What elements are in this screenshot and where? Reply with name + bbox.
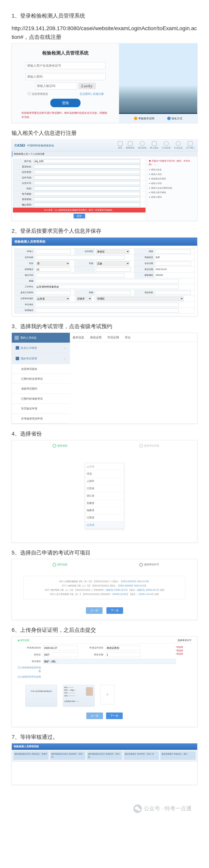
info-name[interactable]	[36, 250, 71, 254]
nav-nonexam-train[interactable]: 非考核类培训申请	[12, 414, 70, 424]
info-status: 签章	[156, 256, 160, 258]
nav-org[interactable]: 相关机构	[138, 141, 147, 150]
info-idno[interactable]	[36, 255, 125, 259]
info-workunit[interactable]	[36, 285, 179, 289]
reg-pwd2-input[interactable]	[34, 203, 140, 207]
step-3-title: 3、选择我的考试管理，点击省级考试预约	[11, 322, 198, 331]
captcha-input[interactable]	[35, 83, 77, 89]
review-card-2[interactable]: 锅炉检验项目GD(1) 考试时间：2021-12	[50, 751, 85, 760]
info-position[interactable]	[156, 291, 190, 295]
tab-id[interactable]: 身份证明	[90, 335, 102, 342]
reg-user-input[interactable]	[34, 159, 140, 163]
info-unitaddr[interactable]	[36, 303, 179, 307]
prov-opt-hebei[interactable]: 河北	[85, 470, 124, 478]
username-input[interactable]	[25, 62, 105, 69]
license-list[interactable]: GD1 | 起重机械检验【项（市）完】【(0010101)GD(一)【批次：【2…	[23, 576, 186, 599]
prov-opt-fujian[interactable]: 福建省	[85, 507, 124, 514]
info-gender[interactable]: 男	[36, 261, 70, 266]
review-card-3[interactable]: 锅炉检验项目GD(1) 考核时间：2022-01	[87, 751, 122, 760]
review-card-5[interactable]: 最近检测项目 审核状态：通过	[160, 751, 195, 760]
info-title[interactable]	[96, 291, 131, 295]
upload-next-button[interactable]: 下一步	[106, 713, 123, 719]
info-prov[interactable]: 山东省	[36, 297, 70, 301]
reg-dob-input[interactable]	[34, 181, 140, 185]
reg-pwd-input[interactable]	[34, 197, 140, 201]
info-nation[interactable]	[156, 250, 190, 254]
info-ethnic[interactable]: 汉族	[96, 261, 129, 266]
login-screenshot: 检验检测人员管理系统 Loeby 记住登录状态 忘记密码 | 在线注册 登陆 经…	[11, 43, 198, 123]
review-card-4[interactable]: 最近检测项目 考试时间：2021-10	[124, 751, 159, 760]
login-tip1[interactable]: 考核相关说明	[138, 116, 154, 121]
remember-checkbox[interactable]: 记住登录状态	[27, 92, 48, 96]
info-city[interactable]: 济南市	[76, 297, 92, 301]
info-unittel[interactable]	[36, 308, 179, 312]
reg-real-input[interactable]	[34, 164, 140, 168]
prov-opt-anhui[interactable]: 安徽省	[85, 500, 124, 507]
person-icon	[15, 336, 19, 340]
step-province: 选择省份	[15, 444, 105, 448]
nav-provincial-book[interactable]: 省级考试预约	[12, 384, 70, 394]
exam-input[interactable]	[43, 659, 176, 664]
step-6-title: 6、上传身份证证明，之后点击提交	[11, 626, 198, 634]
reg-idtype-input[interactable]	[34, 170, 140, 174]
register-submit-button[interactable]: 提交	[74, 214, 85, 218]
upload-add-button[interactable]: +	[100, 685, 114, 704]
reg-idno-input[interactable]	[34, 176, 140, 180]
reg-tip2: 请填入号码	[149, 173, 195, 176]
login-tip2[interactable]: 报名方式	[172, 116, 182, 121]
nav-home[interactable]: 首页	[118, 141, 123, 150]
prov-opt-shandong[interactable]: 山东省	[85, 522, 124, 529]
register-breadcrumb: 检验检测人员 > 个人在线注册	[12, 151, 197, 157]
register-link[interactable]: 忘记密码 | 在线注册	[80, 92, 104, 96]
review-card-1[interactable]: 锅炉检验项目GD(1) 系统状态：审核中	[14, 751, 49, 760]
info-dist[interactable]: 市辖区	[96, 297, 183, 301]
tab-basic[interactable]: 基本信息	[73, 335, 84, 342]
nav-provincial-booked[interactable]: 已预约的省级考试	[12, 394, 70, 404]
nav-national-signup[interactable]: 全国考试报名	[12, 364, 70, 374]
captcha-image[interactable]: Loeby	[78, 83, 96, 89]
license-screenshot: 填写信息 选择考试许可 GD1 | 起重机械检验【项（市）完】【(0010101…	[11, 559, 198, 620]
nav-national-booked[interactable]: 已预约的全国考试	[12, 374, 70, 384]
id-card-front[interactable]: 姓名 ———性别 — 民族 —出生 ————住址 ————公民身份号码 ——	[63, 685, 95, 707]
doc-icon	[16, 346, 19, 350]
login-button[interactable]: 登陆	[50, 99, 80, 107]
bc-input[interactable]	[43, 652, 78, 657]
nav-group-public[interactable]: 执业公示情况	[12, 343, 70, 353]
prov-opt-zhejiang[interactable]: 浙江省	[85, 492, 124, 500]
tab-degree[interactable]: 学位	[125, 335, 131, 342]
info-dob[interactable]	[156, 261, 190, 266]
exam-mgmt-screenshot: 我的人员信息 执业公示情况 我的考试管理 全国考试报名 已预约的全国考试 省级考…	[11, 333, 198, 424]
province-dropdown[interactable]: 山东省 河北 上海市 江苏省 浙江省 安徽省 福建省 江西省 山东省	[85, 463, 124, 529]
upload-prev-button[interactable]: 上一步	[86, 713, 103, 719]
reg-gender-input[interactable]	[34, 186, 140, 190]
nav-news[interactable]: 新闻资讯	[126, 141, 134, 150]
review-screenshot: 检验检测人员管理系统 锅炉检验项目GD(1) 系统状态：审核中 锅炉检验项目GD…	[11, 743, 198, 785]
tab-edu[interactable]: 学历证明	[107, 335, 119, 342]
info-idtype[interactable]: 身份证	[96, 249, 129, 254]
idtype-input[interactable]	[106, 646, 140, 650]
reg-email-input[interactable]	[34, 192, 140, 196]
prov-opt-jiangxi[interactable]: 江西省	[85, 514, 124, 522]
review-topbar: 检验检测人员管理系统	[12, 743, 197, 750]
id-card-back[interactable]: 中华人民共和国 居民身份证	[25, 685, 57, 707]
nav-edu-verify[interactable]: 学历验证申请	[12, 404, 70, 413]
nav-group-person[interactable]: 我的人员信息	[12, 333, 70, 342]
info-addr[interactable]	[36, 279, 179, 283]
password-input[interactable]	[25, 73, 105, 80]
info-phone[interactable]	[36, 268, 71, 272]
nav-industry[interactable]: 行业自律	[162, 141, 171, 150]
nav-signup[interactable]: 网上报名	[150, 141, 158, 150]
license-prev-button[interactable]: 上一步	[86, 607, 103, 614]
nav-contact[interactable]: 互动交流	[174, 141, 182, 150]
info-workdate[interactable]	[36, 291, 71, 295]
quota-input[interactable]	[106, 652, 140, 657]
nav-about[interactable]: 关于我们	[186, 141, 194, 150]
info-tel[interactable]	[36, 273, 125, 277]
exam-date-input[interactable]	[43, 646, 78, 650]
err2: *请选择	[176, 649, 191, 652]
nav-group-exam[interactable]: 我的考试管理	[12, 353, 70, 364]
license-next-button[interactable]: 下一步	[106, 607, 123, 614]
prov-opt-jiangsu[interactable]: 江苏省	[85, 485, 124, 492]
prov-opt-shanghai[interactable]: 上海市	[85, 478, 124, 485]
info-fax[interactable]	[96, 268, 131, 272]
